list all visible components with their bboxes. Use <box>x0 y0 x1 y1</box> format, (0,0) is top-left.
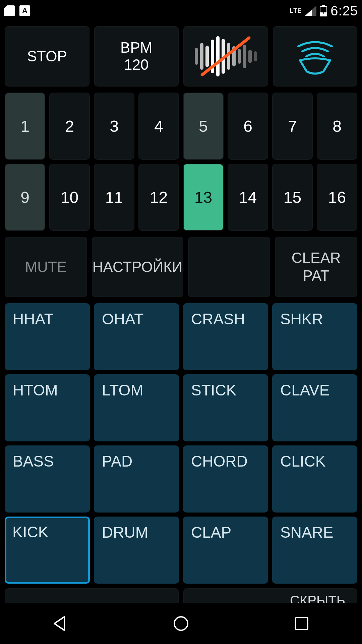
step-3[interactable]: 3 <box>94 93 134 160</box>
clear-pattern-button[interactable]: CLEAR PAT <box>275 237 357 297</box>
step-2[interactable]: 2 <box>49 93 90 160</box>
pad-bass[interactable]: BASS <box>5 445 90 513</box>
pad-pad[interactable]: PAD <box>94 445 179 513</box>
pad-label: LTOM <box>102 381 143 399</box>
pad-label: CLAP <box>191 523 231 541</box>
step-label: 6 <box>243 117 252 136</box>
bpm-button[interactable]: BPM 120 <box>94 26 179 87</box>
waveform-mute-button[interactable] <box>183 26 268 87</box>
step-9[interactable]: 9 <box>5 164 45 231</box>
status-bar: A LTE 6:25 <box>0 0 362 21</box>
home-circle-icon <box>172 614 190 633</box>
stop-button-label: STOP <box>27 48 67 65</box>
nav-home-button[interactable] <box>172 614 190 633</box>
pad-label: CRASH <box>191 310 245 328</box>
pad-hhat[interactable]: HHAT <box>5 303 90 370</box>
step-1[interactable]: 1 <box>5 93 45 160</box>
step-12[interactable]: 12 <box>138 164 179 231</box>
pad-drum[interactable]: DRUM <box>94 517 179 584</box>
pad-label: STICK <box>191 381 236 399</box>
step-16[interactable]: 16 <box>317 164 357 231</box>
pad-label: CLICK <box>280 452 325 470</box>
pad-label: OHAT <box>102 310 143 328</box>
svg-line-18 <box>202 38 249 75</box>
step-label: 8 <box>333 117 342 136</box>
step-grid: 12345678910111213141516 <box>5 93 357 231</box>
pad-label: CHORD <box>191 452 248 470</box>
step-label: 1 <box>20 117 29 136</box>
step-label: 7 <box>288 117 297 136</box>
battery-charging-icon <box>320 5 327 16</box>
step-label: 9 <box>20 188 29 207</box>
pad-label: HTOM <box>13 381 58 399</box>
pad-ohat[interactable]: OHAT <box>94 303 179 370</box>
pad-label: PAD <box>102 452 132 470</box>
back-triangle-icon <box>51 614 70 633</box>
step-label: 3 <box>110 117 119 136</box>
pad-label: BASS <box>13 452 54 470</box>
step-10[interactable]: 10 <box>49 164 90 231</box>
signal-icon <box>305 6 316 16</box>
step-label: 13 <box>194 188 212 207</box>
step-13[interactable]: 13 <box>183 164 224 231</box>
pad-ltom[interactable]: LTOM <box>94 374 179 441</box>
step-8[interactable]: 8 <box>317 93 357 160</box>
nav-recents-button[interactable] <box>292 614 311 633</box>
pad-shkr[interactable]: SHKR <box>272 303 357 370</box>
android-nav-bar <box>0 603 362 644</box>
settings-button[interactable]: НАСТРОЙКИ <box>92 237 183 297</box>
settings-button-label: НАСТРОЙКИ <box>93 258 183 276</box>
step-14[interactable]: 14 <box>228 164 268 231</box>
network-type-label: LTE <box>290 7 302 14</box>
step-label: 10 <box>61 188 78 207</box>
pad-clave[interactable]: CLAVE <box>272 374 357 441</box>
pad-grid: HHATOHATCRASHSHKRHTOMLTOMSTICKCLAVEBASSP… <box>5 303 357 584</box>
bpm-label: BPM <box>120 39 152 56</box>
control-row: MUTE НАСТРОЙКИ CLEAR PAT <box>5 237 357 297</box>
step-4[interactable]: 4 <box>138 93 179 160</box>
pad-label: SNARE <box>280 523 333 541</box>
step-11[interactable]: 11 <box>94 164 134 231</box>
svg-rect-21 <box>296 618 308 630</box>
svg-marker-1 <box>305 10 312 16</box>
step-label: 5 <box>199 117 208 136</box>
mute-button-label: MUTE <box>25 258 67 276</box>
nav-back-button[interactable] <box>51 614 70 633</box>
stop-button[interactable]: STOP <box>5 26 89 87</box>
step-6[interactable]: 6 <box>228 93 268 160</box>
sd-card-icon <box>4 5 15 16</box>
step-label: 15 <box>284 188 301 207</box>
pad-htom[interactable]: HTOM <box>5 374 90 441</box>
step-label: 4 <box>154 117 163 136</box>
pad-label: DRUM <box>102 523 148 541</box>
app-root: STOP BPM 120 <box>0 21 362 628</box>
pad-label: SHKR <box>280 310 323 328</box>
step-7[interactable]: 7 <box>272 93 313 160</box>
speaker-wireless-button[interactable] <box>273 26 358 87</box>
waveform-muted-icon <box>190 35 261 78</box>
mute-button[interactable]: MUTE <box>5 237 87 297</box>
step-5[interactable]: 5 <box>183 93 224 160</box>
status-left: A <box>4 5 30 16</box>
pad-chord[interactable]: CHORD <box>183 445 268 513</box>
step-label: 12 <box>150 188 168 207</box>
pad-label: KICK <box>12 523 48 541</box>
pad-label: CLAVE <box>280 381 329 399</box>
svg-point-20 <box>174 617 188 630</box>
step-label: 2 <box>65 117 74 136</box>
pad-crash[interactable]: CRASH <box>183 303 268 370</box>
clear-pattern-button-label: CLEAR PAT <box>292 249 341 285</box>
pad-stick[interactable]: STICK <box>183 374 268 441</box>
pad-kick[interactable]: KICK <box>5 517 90 584</box>
keyboard-language-icon: A <box>19 5 30 16</box>
pad-label: HHAT <box>13 310 54 328</box>
bpm-value: 120 <box>124 56 148 73</box>
pad-clap[interactable]: CLAP <box>183 517 268 584</box>
transport-row: STOP BPM 120 <box>5 26 357 87</box>
control-blank-slot <box>188 237 270 297</box>
step-15[interactable]: 15 <box>272 164 313 231</box>
pad-click[interactable]: CLICK <box>272 445 357 513</box>
pad-snare[interactable]: SNARE <box>272 517 357 584</box>
clock-label: 6:25 <box>330 3 358 18</box>
speaker-wireless-icon <box>288 36 342 76</box>
